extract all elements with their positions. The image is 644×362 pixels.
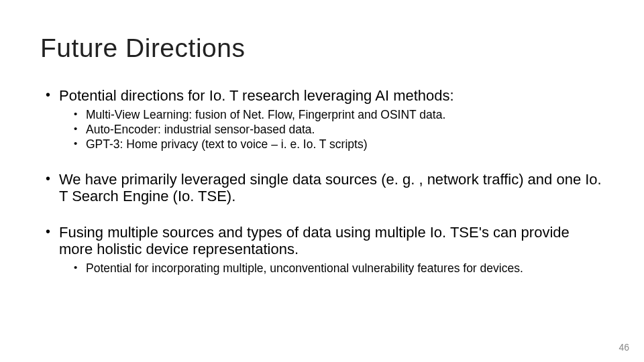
bullet-text: Multi-View Learning: fusion of Net. Flow…: [86, 108, 445, 121]
slide-title: Future Directions: [40, 34, 604, 63]
bullet-text: We have primarily leveraged single data …: [59, 171, 602, 204]
list-item: Fusing multiple sources and types of dat…: [40, 224, 604, 276]
bullet-text: GPT-3: Home privacy (text to voice – i. …: [86, 137, 368, 151]
bullet-text: Potential for incorporating multiple, un…: [86, 261, 523, 275]
sub-bullet-list: Multi-View Learning: fusion of Net. Flow…: [59, 108, 604, 152]
bullet-text: Fusing multiple sources and types of dat…: [59, 224, 570, 257]
list-item: GPT-3: Home privacy (text to voice – i. …: [59, 137, 604, 152]
list-item: Multi-View Learning: fusion of Net. Flow…: [59, 108, 604, 123]
list-item: Potential directions for Io. T research …: [40, 87, 604, 152]
bullet-text: Auto-Encoder: industrial sensor-based da…: [86, 123, 315, 136]
slide-content: Potential directions for Io. T research …: [40, 87, 604, 276]
sub-bullet-list: Potential for incorporating multiple, un…: [59, 261, 604, 276]
list-item: Potential for incorporating multiple, un…: [59, 261, 604, 276]
bullet-text: Potential directions for Io. T research …: [59, 87, 454, 104]
slide: Future Directions Potential directions f…: [0, 0, 644, 362]
page-number: 46: [619, 342, 629, 353]
list-item: Auto-Encoder: industrial sensor-based da…: [59, 123, 604, 137]
bullet-list: Potential directions for Io. T research …: [40, 87, 604, 276]
list-item: We have primarily leveraged single data …: [40, 171, 604, 205]
